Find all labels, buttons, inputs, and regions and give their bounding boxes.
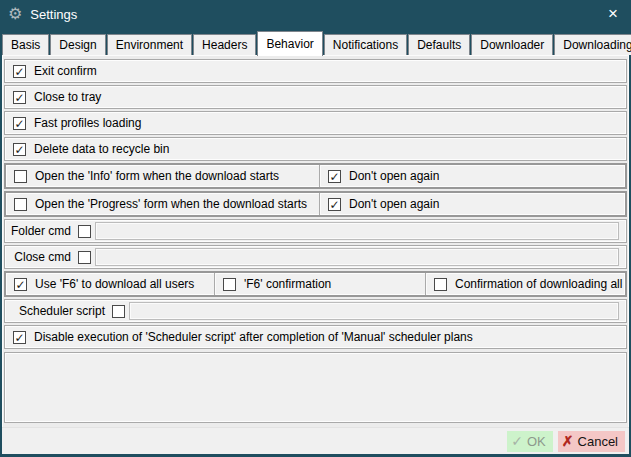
row-exit-confirm: ✓ Exit confirm	[4, 59, 627, 83]
close-icon[interactable]: ×	[601, 3, 625, 25]
tab-basis[interactable]: Basis	[2, 34, 49, 55]
folder-cmd-input[interactable]	[95, 222, 619, 240]
progress-dont-open-again-label: Don't open again	[349, 197, 439, 211]
open-progress-form-label: Open the 'Progress' form when the downlo…	[35, 197, 307, 211]
tab-downloading[interactable]: Downloading	[554, 34, 631, 55]
button-bar: ✓ OK ✗ Cancel	[2, 427, 629, 454]
ok-button[interactable]: ✓ OK	[507, 431, 553, 452]
titlebar: ⚙ Settings ×	[0, 0, 631, 28]
row-close-cmd: Close cmd	[4, 245, 627, 269]
row-scheduler-script: Scheduler script	[4, 299, 627, 323]
disable-scheduler-script-label: Disable execution of 'Scheduler script' …	[34, 330, 473, 344]
behavior-tab-page: ✓ Exit confirm ✓ Close to tray ✓ Fast pr…	[2, 55, 629, 427]
row-f6-options: ✓ Use 'F6' to download all users 'F6' co…	[4, 271, 627, 297]
fast-profiles-checkbox[interactable]: ✓	[13, 117, 26, 130]
fast-profiles-label: Fast profiles loading	[34, 116, 141, 130]
row-open-progress-form: Open the 'Progress' form when the downlo…	[4, 191, 627, 217]
open-info-form-label: Open the 'Info' form when the download s…	[35, 169, 279, 183]
close-to-tray-checkbox[interactable]: ✓	[13, 91, 26, 104]
close-cmd-label: Close cmd	[5, 250, 71, 264]
info-dont-open-again-checkbox[interactable]: ✓	[328, 170, 341, 183]
gear-icon: ⚙	[8, 6, 22, 22]
f6-confirmation-checkbox[interactable]	[223, 278, 236, 291]
exit-confirm-label: Exit confirm	[34, 64, 97, 78]
scheduler-script-checkbox[interactable]	[112, 305, 125, 318]
exit-confirm-checkbox[interactable]: ✓	[13, 65, 26, 78]
tab-notifications[interactable]: Notifications	[324, 34, 407, 55]
delete-recycle-checkbox[interactable]: ✓	[13, 143, 26, 156]
cancel-button-label: Cancel	[578, 434, 618, 449]
row-folder-cmd: Folder cmd	[4, 219, 627, 243]
tab-strip: Basis Design Environment Headers Behavio…	[2, 28, 629, 55]
settings-window: ⚙ Settings × Basis Design Environment He…	[0, 0, 631, 457]
tab-headers[interactable]: Headers	[193, 34, 256, 55]
row-fast-profiles: ✓ Fast profiles loading	[4, 111, 627, 135]
window-title: Settings	[30, 7, 77, 22]
row-close-to-tray: ✓ Close to tray	[4, 85, 627, 109]
check-icon: ✓	[511, 433, 523, 449]
scheduler-script-label: Scheduler script	[5, 304, 105, 318]
open-progress-form-checkbox[interactable]	[14, 198, 27, 211]
ok-button-label: OK	[527, 434, 546, 449]
close-cmd-checkbox[interactable]	[78, 251, 91, 264]
row-open-info-form: Open the 'Info' form when the download s…	[4, 163, 627, 189]
confirmation-downloading-all-checkbox[interactable]	[434, 278, 447, 291]
use-f6-checkbox[interactable]: ✓	[14, 278, 27, 291]
row-delete-recycle: ✓ Delete data to recycle bin	[4, 137, 627, 161]
tab-downloader[interactable]: Downloader	[471, 34, 553, 55]
confirmation-downloading-all-label: Confirmation of downloading all	[455, 277, 622, 291]
row-disable-scheduler-script: ✓ Disable execution of 'Scheduler script…	[4, 325, 627, 349]
disable-scheduler-script-checkbox[interactable]: ✓	[13, 331, 26, 344]
tab-environment[interactable]: Environment	[107, 34, 192, 55]
close-to-tray-label: Close to tray	[34, 90, 101, 104]
x-icon: ✗	[562, 433, 574, 449]
use-f6-label: Use 'F6' to download all users	[35, 277, 194, 291]
tab-design[interactable]: Design	[50, 34, 105, 55]
tab-behavior[interactable]: Behavior	[257, 31, 322, 56]
empty-panel	[4, 352, 627, 423]
close-cmd-input[interactable]	[95, 248, 619, 266]
folder-cmd-label: Folder cmd	[5, 224, 71, 238]
tab-defaults[interactable]: Defaults	[408, 34, 470, 55]
cancel-button[interactable]: ✗ Cancel	[558, 431, 625, 452]
scheduler-script-input[interactable]	[129, 302, 619, 320]
folder-cmd-checkbox[interactable]	[78, 225, 91, 238]
info-dont-open-again-label: Don't open again	[349, 169, 439, 183]
f6-confirmation-label: 'F6' confirmation	[244, 277, 331, 291]
open-info-form-checkbox[interactable]	[14, 170, 27, 183]
delete-recycle-label: Delete data to recycle bin	[34, 142, 169, 156]
progress-dont-open-again-checkbox[interactable]: ✓	[328, 198, 341, 211]
